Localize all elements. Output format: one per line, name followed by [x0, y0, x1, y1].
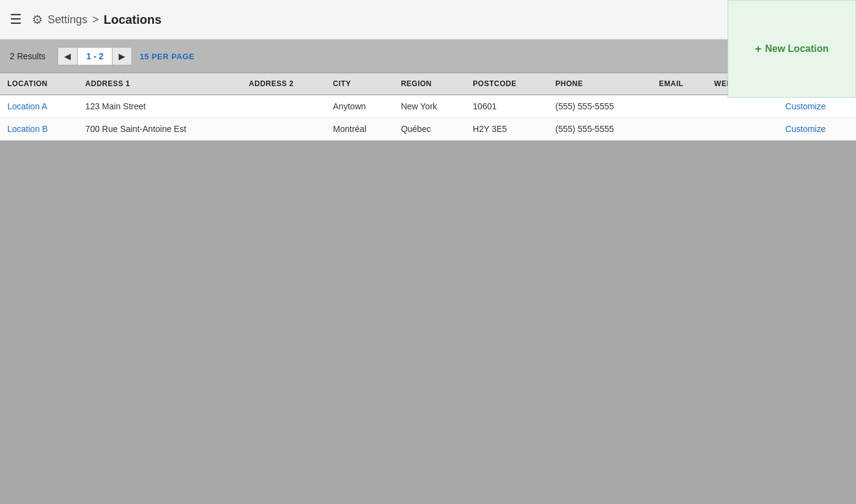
cell-action: Customize	[778, 118, 856, 141]
page-title: Locations	[104, 13, 161, 27]
cell-website	[707, 95, 778, 118]
cell-phone: (555) 555-5555	[548, 118, 651, 141]
table-body: Location A 123 Main Street Anytown New Y…	[0, 95, 856, 141]
new-location-label: New Location	[765, 43, 828, 54]
hamburger-icon[interactable]: ☰	[10, 12, 22, 27]
results-count: 2 Results	[10, 51, 45, 61]
cell-address1: 123 Main Street	[78, 95, 242, 118]
cell-address1: 700 Rue Saint-Antoine Est	[78, 118, 242, 141]
pagination: ◀ 1 - 2 ▶	[57, 47, 132, 65]
cell-location: Location A	[0, 95, 78, 118]
cell-region: Québec	[394, 118, 466, 141]
top-bar: ☰ ⚙ Settings > Locations + New Location	[0, 0, 856, 40]
col-address2: ADDRESS 2	[242, 73, 326, 95]
col-city: CITY	[326, 73, 394, 95]
settings-link[interactable]: Settings	[48, 13, 87, 26]
table-row: Location A 123 Main Street Anytown New Y…	[0, 95, 856, 118]
col-location: LOCATION	[0, 73, 78, 95]
table-row: Location B 700 Rue Saint-Antoine Est Mon…	[0, 118, 856, 141]
cell-phone: (555) 555-5555	[548, 95, 651, 118]
col-region: REGION	[394, 73, 466, 95]
cell-region: New York	[394, 95, 466, 118]
col-address1: ADDRESS 1	[78, 73, 242, 95]
cell-city: Anytown	[326, 95, 394, 118]
cell-action: Customize	[778, 95, 856, 118]
gear-icon: ⚙	[32, 12, 43, 27]
cell-email	[652, 118, 707, 141]
prev-page-button[interactable]: ◀	[58, 48, 78, 65]
per-page-selector[interactable]: 15 PER PAGE	[139, 52, 194, 61]
plus-icon: +	[755, 43, 762, 56]
location-link-0[interactable]: Location A	[7, 101, 47, 111]
col-email: EMAIL	[652, 73, 707, 95]
new-location-button[interactable]: + New Location	[728, 0, 856, 98]
breadcrumb-separator: >	[92, 13, 99, 26]
cell-email	[652, 95, 707, 118]
customize-link-0[interactable]: Customize	[785, 101, 825, 111]
cell-postcode: H2Y 3E5	[465, 118, 548, 141]
cell-city: Montréal	[326, 118, 394, 141]
next-page-button[interactable]: ▶	[112, 48, 131, 65]
page-background	[0, 141, 856, 504]
cell-address2	[242, 118, 326, 141]
cell-address2	[242, 95, 326, 118]
col-postcode: POSTCODE	[465, 73, 548, 95]
breadcrumb: ⚙ Settings > Locations	[32, 12, 161, 27]
customize-link-1[interactable]: Customize	[785, 124, 825, 134]
col-phone: PHONE	[548, 73, 651, 95]
location-link-1[interactable]: Location B	[7, 124, 48, 134]
cell-website	[707, 118, 778, 141]
page-range: 1 - 2	[78, 48, 112, 65]
cell-location: Location B	[0, 118, 78, 141]
cell-postcode: 10601	[465, 95, 548, 118]
